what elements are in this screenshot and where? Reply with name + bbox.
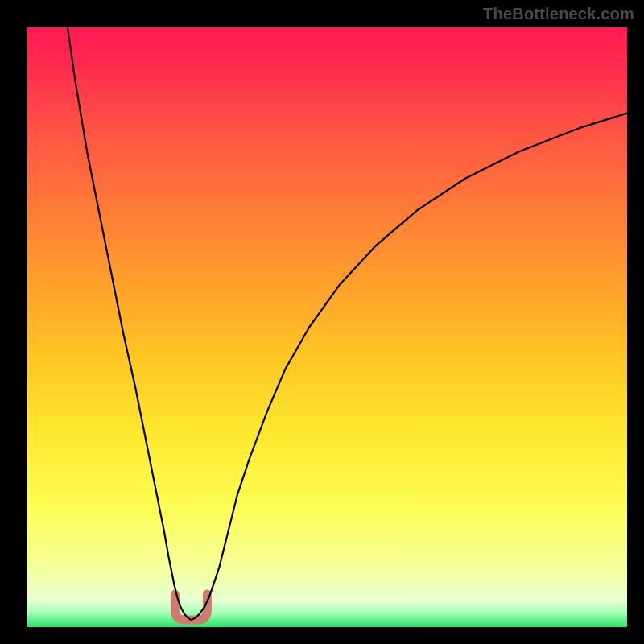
gradient-background	[27, 27, 627, 627]
svg-rect-0	[27, 607, 627, 627]
plot-area	[27, 27, 627, 627]
chart-frame: TheBottleneck.com	[0, 0, 644, 644]
watermark-text: TheBottleneck.com	[483, 5, 634, 23]
chart-svg	[27, 27, 627, 627]
green-band	[27, 607, 627, 627]
